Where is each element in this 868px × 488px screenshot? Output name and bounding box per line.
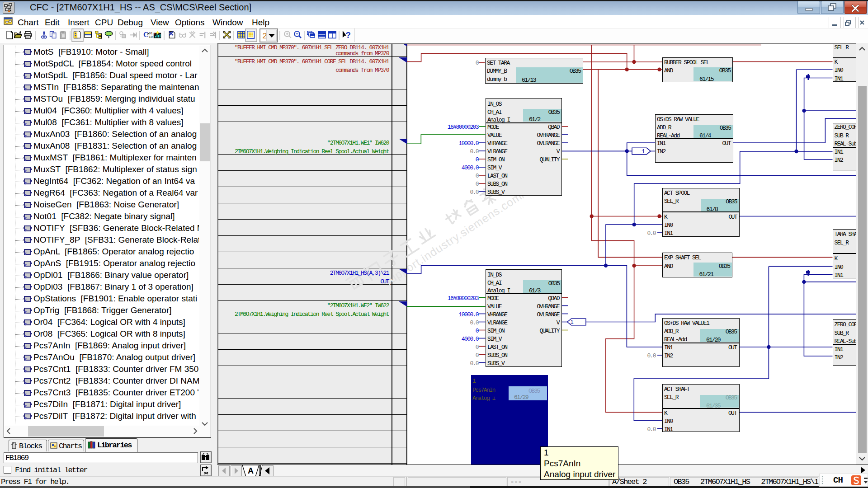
- svg-text:2: 2: [262, 32, 267, 41]
- svg-text:10: 10: [149, 35, 153, 39]
- svg-text:?: ?: [346, 30, 351, 40]
- svg-text:1: 1: [642, 148, 645, 155]
- svg-text:A: A: [248, 466, 254, 475]
- svg-text:1: 1: [570, 319, 574, 326]
- svg-text:01: 01: [149, 32, 153, 35]
